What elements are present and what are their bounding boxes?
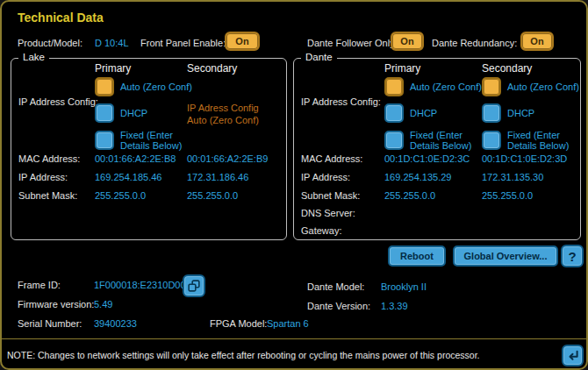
dante-secondary-dhcp-label: DHCP: [507, 108, 534, 118]
return-button[interactable]: [562, 345, 584, 366]
dante-version-label: Dante Version:: [307, 301, 370, 311]
lake-group: Lake Primary Secondary IP Address Config…: [11, 58, 287, 240]
copy-icon: [186, 278, 202, 294]
dante-follower-only-toggle[interactable]: On: [391, 32, 424, 51]
product-model-value: D 10:4L: [95, 38, 129, 48]
product-model-label: Product/Model:: [18, 38, 82, 48]
technical-data-dialog: Technical Data Product/Model: D 10:4L Fr…: [0, 0, 588, 370]
lake-primary-header: Primary: [95, 62, 131, 75]
dante-primary-auto-button[interactable]: [384, 77, 404, 96]
footer-note-bar: NOTE: Changes to network settings will o…: [2, 338, 586, 368]
serial-number-label: Serial Number:: [18, 318, 82, 329]
lake-mac-label: MAC Address:: [18, 153, 80, 164]
lake-ip-primary: 169.254.185.46: [95, 172, 161, 182]
lake-subnet-primary: 255.255.0.0: [95, 190, 146, 201]
fpga-model-label: FPGA Model:: [210, 318, 267, 329]
dante-follower-only-label: Dante Follower Only:: [307, 38, 398, 48]
dante-primary-dhcp-label: DHCP: [410, 108, 437, 118]
lake-primary-auto-button[interactable]: [95, 77, 114, 96]
dante-subnet-label: Subnet Mask:: [301, 190, 360, 201]
dante-ip-label: IP Address:: [301, 172, 350, 182]
dante-model-label: Dante Model:: [307, 281, 364, 292]
dante-primary-auto-option: Auto (Zero Conf): [384, 77, 482, 96]
dante-secondary-dhcp-option: DHCP: [482, 103, 534, 123]
frame-id-label: Frame ID:: [18, 280, 61, 290]
firmware-version-value: 5.49: [94, 299, 112, 310]
frame-id-value: 1F000018:E2310D00: [94, 280, 186, 290]
dante-secondary-auto-label: Auto (Zero Conf): [507, 82, 579, 92]
lake-primary-fixed-option: Fixed (Enter Details Below): [95, 130, 182, 151]
dante-secondary-auto-option: Auto (Zero Conf): [482, 77, 579, 96]
dante-subnet-primary: 255.255.0.0: [384, 190, 435, 201]
dante-version-value: 1.3.39: [381, 301, 408, 311]
dante-primary-fixed-label: Fixed (Enter Details Below): [410, 130, 471, 151]
lake-subnet-label: Subnet Mask:: [18, 190, 77, 201]
dante-secondary-fixed-button[interactable]: [482, 131, 501, 150]
lake-primary-dhcp-button[interactable]: [95, 103, 114, 123]
firmware-version-label: Firmware version:: [18, 299, 94, 310]
lake-secondary-header: Secondary: [187, 62, 237, 75]
lake-ip-secondary: 172.31.186.46: [187, 172, 248, 182]
lake-primary-auto-label: Auto (Zero Conf): [120, 82, 192, 92]
dante-primary-auto-label: Auto (Zero Conf): [410, 82, 482, 92]
dante-subnet-secondary: 255.255.0.0: [482, 190, 533, 201]
lake-ip-config-label: IP Address Config:: [18, 96, 98, 107]
dante-primary-fixed-option: Fixed (Enter Details Below): [384, 130, 471, 151]
lake-primary-auto-option: Auto (Zero Conf): [95, 77, 192, 96]
dante-primary-fixed-button[interactable]: [384, 131, 404, 150]
front-panel-enable-label: Front Panel Enable:: [140, 38, 226, 48]
dante-redundancy-toggle[interactable]: On: [520, 32, 554, 51]
dante-ip-config-label: IP Address Config:: [301, 96, 381, 107]
footer-note-text: NOTE: Changes to network settings will o…: [7, 350, 479, 360]
serial-number-value: 39400233: [94, 318, 137, 329]
lake-secondary-note: IP Adress Config Auto (Zero Conf): [187, 102, 259, 126]
front-panel-enable-toggle[interactable]: On: [225, 32, 260, 51]
dante-secondary-header: Secondary: [482, 62, 532, 75]
dante-mac-label: MAC Address:: [301, 153, 362, 164]
lake-primary-dhcp-option: DHCP: [95, 103, 147, 123]
lake-mac-primary: 00:01:66:A2:2E:B8: [95, 153, 176, 164]
dante-secondary-auto-button[interactable]: [482, 77, 501, 96]
dante-mac-secondary: 00:1D:C1:0E:D2:3D: [482, 153, 567, 164]
dante-ip-secondary: 172.31.135.30: [482, 172, 543, 182]
dante-secondary-dhcp-button[interactable]: [482, 103, 501, 123]
lake-subnet-secondary: 255.255.0.0: [187, 190, 238, 201]
global-overview-button[interactable]: Global Overview...: [453, 245, 558, 267]
lake-primary-fixed-label: Fixed (Enter Details Below): [120, 130, 182, 151]
dante-secondary-fixed-label: Fixed (Enter Details Below): [507, 130, 569, 151]
dante-primary-dhcp-option: DHCP: [384, 103, 437, 123]
dante-group: Dante Primary Secondary IP Address Confi…: [293, 58, 581, 240]
page-title: Technical Data: [18, 11, 104, 25]
question-mark-icon: ?: [568, 249, 576, 264]
dante-primary-dhcp-button[interactable]: [384, 103, 404, 123]
dante-group-title: Dante: [301, 52, 337, 62]
copy-frame-id-button[interactable]: [183, 274, 205, 297]
lake-primary-dhcp-label: DHCP: [120, 108, 147, 118]
lake-ip-label: IP Address:: [18, 172, 68, 182]
dante-dns-label: DNS Server:: [301, 208, 355, 218]
dante-primary-header: Primary: [384, 62, 420, 75]
dante-redundancy-label: Dante Redundancy:: [432, 38, 517, 48]
dante-ip-primary: 169.254.135.29: [384, 172, 451, 182]
fpga-model-value: Spartan 6: [267, 318, 309, 329]
lake-mac-secondary: 00:01:66:A2:2E:B9: [187, 153, 268, 164]
dante-mac-primary: 00:1D:C1:0E:D2:3C: [384, 153, 470, 164]
lake-primary-fixed-button[interactable]: [95, 131, 114, 150]
dante-secondary-fixed-option: Fixed (Enter Details Below): [482, 130, 569, 151]
lake-group-title: Lake: [18, 52, 49, 62]
reboot-button[interactable]: Reboot: [388, 245, 446, 267]
help-button[interactable]: ?: [561, 245, 584, 267]
return-arrow-icon: [565, 348, 580, 363]
dante-gateway-label: Gateway:: [301, 225, 341, 236]
dante-model-value: Brooklyn II: [381, 281, 427, 292]
